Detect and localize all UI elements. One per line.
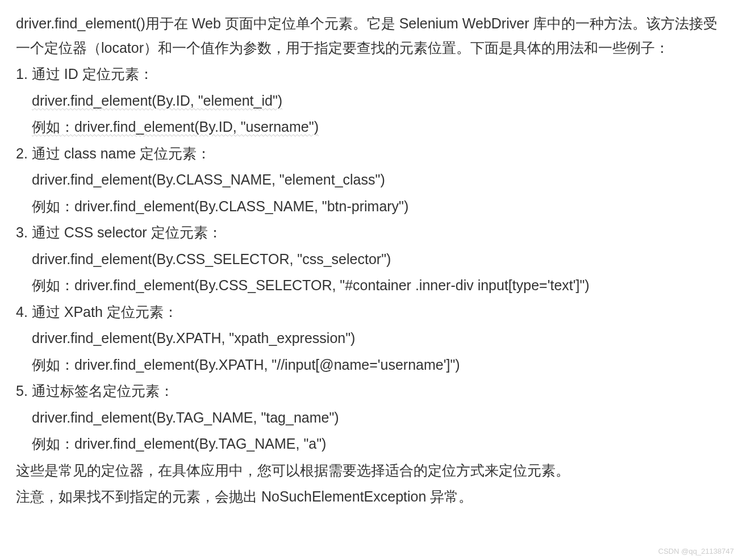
section-heading-1: 1. 通过 ID 定位元素： [16,62,727,86]
intro-paragraph: driver.find_element()用于在 Web 页面中定位单个元素。它… [16,11,727,60]
section-heading-3: 3. 通过 CSS selector 定位元素： [16,220,727,245]
code-line-1: driver.find_element(By.ID, "element_id") [16,89,727,113]
outro-paragraph-2: 注意，如果找不到指定的元素，会抛出 NoSuchElementException… [16,484,727,509]
watermark: CSDN @qq_21138747 [658,547,734,555]
code-line-5: driver.find_element(By.TAG_NAME, "tag_na… [16,406,727,430]
example-line-1: 例如：driver.find_element(By.ID, "username"… [16,115,727,139]
example-line-2: 例如：driver.find_element(By.CLASS_NAME, "b… [16,194,727,219]
example-line-3: 例如：driver.find_element(By.CSS_SELECTOR, … [16,273,727,298]
section-heading-2: 2. 通过 class name 定位元素： [16,141,727,166]
example-line-4: 例如：driver.find_element(By.XPATH, "//inpu… [16,353,727,377]
section-heading-5: 5. 通过标签名定位元素： [16,379,727,403]
outro-paragraph-1: 这些是常见的定位器，在具体应用中，您可以根据需要选择适合的定位方式来定位元素。 [16,458,727,483]
code-line-4: driver.find_element(By.XPATH, "xpath_exp… [16,326,727,350]
code-line-3: driver.find_element(By.CSS_SELECTOR, "cs… [16,247,727,271]
code-line-2: driver.find_element(By.CLASS_NAME, "elem… [16,168,727,192]
section-heading-4: 4. 通过 XPath 定位元素： [16,300,727,324]
example-line-5: 例如：driver.find_element(By.TAG_NAME, "a") [16,432,727,456]
